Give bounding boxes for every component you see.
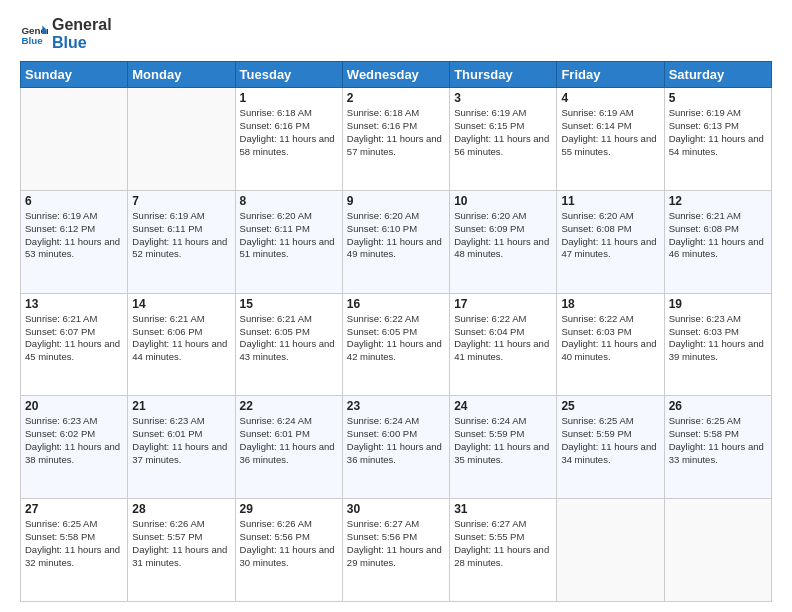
cell-details: Sunrise: 6:24 AMSunset: 6:01 PMDaylight:… xyxy=(240,415,338,466)
calendar-cell: 30Sunrise: 6:27 AMSunset: 5:56 PMDayligh… xyxy=(342,499,449,602)
cell-details: Sunrise: 6:26 AMSunset: 5:56 PMDaylight:… xyxy=(240,518,338,569)
day-number: 24 xyxy=(454,399,552,413)
day-number: 14 xyxy=(132,297,230,311)
cell-details: Sunrise: 6:25 AMSunset: 5:59 PMDaylight:… xyxy=(561,415,659,466)
day-header-saturday: Saturday xyxy=(664,62,771,88)
cell-details: Sunrise: 6:23 AMSunset: 6:02 PMDaylight:… xyxy=(25,415,123,466)
day-number: 12 xyxy=(669,194,767,208)
logo: General Blue General Blue xyxy=(20,16,112,51)
day-number: 21 xyxy=(132,399,230,413)
header: General Blue General Blue xyxy=(20,16,772,51)
calendar-cell: 31Sunrise: 6:27 AMSunset: 5:55 PMDayligh… xyxy=(450,499,557,602)
day-number: 31 xyxy=(454,502,552,516)
cell-details: Sunrise: 6:18 AMSunset: 6:16 PMDaylight:… xyxy=(240,107,338,158)
logo-general: General xyxy=(52,16,112,34)
day-number: 23 xyxy=(347,399,445,413)
logo-blue: Blue xyxy=(52,34,112,52)
day-number: 26 xyxy=(669,399,767,413)
calendar-cell: 3Sunrise: 6:19 AMSunset: 6:15 PMDaylight… xyxy=(450,88,557,191)
day-header-sunday: Sunday xyxy=(21,62,128,88)
calendar-cell: 11Sunrise: 6:20 AMSunset: 6:08 PMDayligh… xyxy=(557,190,664,293)
calendar-cell: 15Sunrise: 6:21 AMSunset: 6:05 PMDayligh… xyxy=(235,293,342,396)
day-number: 20 xyxy=(25,399,123,413)
day-number: 28 xyxy=(132,502,230,516)
calendar-cell xyxy=(664,499,771,602)
cell-details: Sunrise: 6:19 AMSunset: 6:15 PMDaylight:… xyxy=(454,107,552,158)
calendar-cell: 22Sunrise: 6:24 AMSunset: 6:01 PMDayligh… xyxy=(235,396,342,499)
day-header-friday: Friday xyxy=(557,62,664,88)
svg-text:Blue: Blue xyxy=(21,34,43,45)
cell-details: Sunrise: 6:25 AMSunset: 5:58 PMDaylight:… xyxy=(669,415,767,466)
calendar-cell: 12Sunrise: 6:21 AMSunset: 6:08 PMDayligh… xyxy=(664,190,771,293)
calendar-cell: 10Sunrise: 6:20 AMSunset: 6:09 PMDayligh… xyxy=(450,190,557,293)
calendar-cell xyxy=(21,88,128,191)
day-number: 10 xyxy=(454,194,552,208)
calendar-cell: 18Sunrise: 6:22 AMSunset: 6:03 PMDayligh… xyxy=(557,293,664,396)
calendar-cell: 24Sunrise: 6:24 AMSunset: 5:59 PMDayligh… xyxy=(450,396,557,499)
cell-details: Sunrise: 6:21 AMSunset: 6:05 PMDaylight:… xyxy=(240,313,338,364)
day-number: 27 xyxy=(25,502,123,516)
day-number: 19 xyxy=(669,297,767,311)
calendar-cell: 4Sunrise: 6:19 AMSunset: 6:14 PMDaylight… xyxy=(557,88,664,191)
logo-icon: General Blue xyxy=(20,20,48,48)
calendar-cell: 1Sunrise: 6:18 AMSunset: 6:16 PMDaylight… xyxy=(235,88,342,191)
day-number: 30 xyxy=(347,502,445,516)
calendar-week-1: 1Sunrise: 6:18 AMSunset: 6:16 PMDaylight… xyxy=(21,88,772,191)
day-number: 6 xyxy=(25,194,123,208)
day-number: 1 xyxy=(240,91,338,105)
cell-details: Sunrise: 6:27 AMSunset: 5:55 PMDaylight:… xyxy=(454,518,552,569)
day-number: 7 xyxy=(132,194,230,208)
day-header-monday: Monday xyxy=(128,62,235,88)
calendar-cell: 19Sunrise: 6:23 AMSunset: 6:03 PMDayligh… xyxy=(664,293,771,396)
calendar-header-row: SundayMondayTuesdayWednesdayThursdayFrid… xyxy=(21,62,772,88)
day-number: 5 xyxy=(669,91,767,105)
calendar-cell: 2Sunrise: 6:18 AMSunset: 6:16 PMDaylight… xyxy=(342,88,449,191)
day-number: 13 xyxy=(25,297,123,311)
cell-details: Sunrise: 6:27 AMSunset: 5:56 PMDaylight:… xyxy=(347,518,445,569)
calendar-cell: 6Sunrise: 6:19 AMSunset: 6:12 PMDaylight… xyxy=(21,190,128,293)
calendar-cell: 27Sunrise: 6:25 AMSunset: 5:58 PMDayligh… xyxy=(21,499,128,602)
cell-details: Sunrise: 6:23 AMSunset: 6:01 PMDaylight:… xyxy=(132,415,230,466)
cell-details: Sunrise: 6:25 AMSunset: 5:58 PMDaylight:… xyxy=(25,518,123,569)
cell-details: Sunrise: 6:26 AMSunset: 5:57 PMDaylight:… xyxy=(132,518,230,569)
day-header-wednesday: Wednesday xyxy=(342,62,449,88)
cell-details: Sunrise: 6:19 AMSunset: 6:13 PMDaylight:… xyxy=(669,107,767,158)
cell-details: Sunrise: 6:20 AMSunset: 6:10 PMDaylight:… xyxy=(347,210,445,261)
calendar-cell: 23Sunrise: 6:24 AMSunset: 6:00 PMDayligh… xyxy=(342,396,449,499)
calendar-cell: 5Sunrise: 6:19 AMSunset: 6:13 PMDaylight… xyxy=(664,88,771,191)
calendar-cell: 20Sunrise: 6:23 AMSunset: 6:02 PMDayligh… xyxy=(21,396,128,499)
day-number: 22 xyxy=(240,399,338,413)
day-number: 11 xyxy=(561,194,659,208)
day-number: 8 xyxy=(240,194,338,208)
calendar-cell: 9Sunrise: 6:20 AMSunset: 6:10 PMDaylight… xyxy=(342,190,449,293)
cell-details: Sunrise: 6:20 AMSunset: 6:11 PMDaylight:… xyxy=(240,210,338,261)
cell-details: Sunrise: 6:22 AMSunset: 6:05 PMDaylight:… xyxy=(347,313,445,364)
cell-details: Sunrise: 6:19 AMSunset: 6:11 PMDaylight:… xyxy=(132,210,230,261)
calendar-cell xyxy=(557,499,664,602)
calendar-cell: 17Sunrise: 6:22 AMSunset: 6:04 PMDayligh… xyxy=(450,293,557,396)
cell-details: Sunrise: 6:19 AMSunset: 6:14 PMDaylight:… xyxy=(561,107,659,158)
calendar-week-3: 13Sunrise: 6:21 AMSunset: 6:07 PMDayligh… xyxy=(21,293,772,396)
cell-details: Sunrise: 6:21 AMSunset: 6:08 PMDaylight:… xyxy=(669,210,767,261)
calendar-cell: 25Sunrise: 6:25 AMSunset: 5:59 PMDayligh… xyxy=(557,396,664,499)
calendar-cell: 29Sunrise: 6:26 AMSunset: 5:56 PMDayligh… xyxy=(235,499,342,602)
day-header-tuesday: Tuesday xyxy=(235,62,342,88)
cell-details: Sunrise: 6:19 AMSunset: 6:12 PMDaylight:… xyxy=(25,210,123,261)
day-number: 18 xyxy=(561,297,659,311)
day-number: 17 xyxy=(454,297,552,311)
calendar-week-4: 20Sunrise: 6:23 AMSunset: 6:02 PMDayligh… xyxy=(21,396,772,499)
day-number: 2 xyxy=(347,91,445,105)
calendar-table: SundayMondayTuesdayWednesdayThursdayFrid… xyxy=(20,61,772,602)
cell-details: Sunrise: 6:23 AMSunset: 6:03 PMDaylight:… xyxy=(669,313,767,364)
calendar-cell: 21Sunrise: 6:23 AMSunset: 6:01 PMDayligh… xyxy=(128,396,235,499)
day-number: 29 xyxy=(240,502,338,516)
cell-details: Sunrise: 6:22 AMSunset: 6:04 PMDaylight:… xyxy=(454,313,552,364)
cell-details: Sunrise: 6:22 AMSunset: 6:03 PMDaylight:… xyxy=(561,313,659,364)
day-number: 3 xyxy=(454,91,552,105)
calendar-week-5: 27Sunrise: 6:25 AMSunset: 5:58 PMDayligh… xyxy=(21,499,772,602)
day-number: 25 xyxy=(561,399,659,413)
day-number: 16 xyxy=(347,297,445,311)
calendar-cell: 8Sunrise: 6:20 AMSunset: 6:11 PMDaylight… xyxy=(235,190,342,293)
calendar-cell: 26Sunrise: 6:25 AMSunset: 5:58 PMDayligh… xyxy=(664,396,771,499)
calendar-cell: 13Sunrise: 6:21 AMSunset: 6:07 PMDayligh… xyxy=(21,293,128,396)
